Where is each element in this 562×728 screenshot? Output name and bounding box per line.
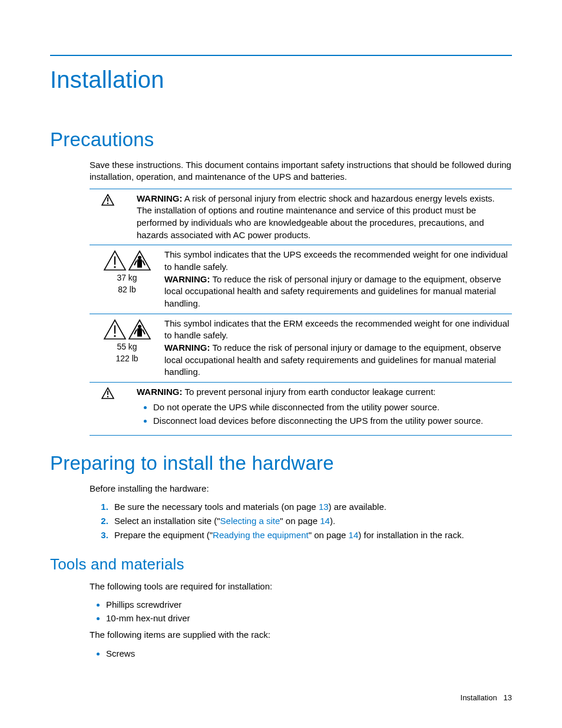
- xref-link[interactable]: Selecting a site: [220, 516, 280, 526]
- footer-page-number: 13: [504, 693, 512, 702]
- weight-kg: 37 kg: [117, 272, 137, 283]
- heavy-lift-icon: [128, 250, 151, 271]
- step-text: Be sure the necessary tools and material…: [114, 502, 319, 512]
- footer-section: Installation: [461, 693, 497, 702]
- svg-line-17: [134, 330, 137, 334]
- svg-rect-8: [137, 259, 142, 268]
- step-text: Prepare the equipment (": [114, 530, 213, 540]
- tools-supplied-intro: The following items are supplied with th…: [90, 629, 512, 641]
- svg-point-2: [107, 202, 108, 203]
- warning-pretext: This symbol indicates that the ERM excee…: [164, 318, 512, 342]
- step-text: " on page: [309, 530, 349, 540]
- warning-block: WARNING: A risk of personal injury from …: [90, 189, 512, 246]
- warning-label: WARNING:: [164, 342, 210, 353]
- page: Installation Precautions Save these inst…: [0, 0, 562, 728]
- weight-kg: 55 kg: [117, 341, 137, 352]
- warning-text: This symbol indicates that the ERM excee…: [164, 318, 512, 378]
- tools-required-list: Phillips screwdriver 10-mm hex-nut drive…: [90, 598, 512, 624]
- xref-link[interactable]: 14: [320, 516, 330, 526]
- heavy-lift-icon: [128, 319, 151, 340]
- list-item: 10-mm hex-nut driver: [106, 612, 512, 624]
- warning-body: A risk of personal injury from electric …: [137, 193, 495, 240]
- tools-body: The following tools are required for ins…: [90, 581, 512, 660]
- xref-link[interactable]: 13: [319, 502, 329, 512]
- svg-line-10: [143, 261, 145, 265]
- step-text: ).: [330, 516, 335, 526]
- warning-label: WARNING:: [137, 193, 183, 203]
- warning-text: This symbol indicates that the UPS excee…: [164, 249, 512, 309]
- svg-point-21: [107, 396, 108, 397]
- warning-icon-col: [90, 193, 137, 242]
- tools-heading: Tools and materials: [50, 555, 512, 574]
- warning-icon-col: 37 kg 82 lb: [90, 249, 164, 309]
- warning-block: WARNING: To prevent personal injury from…: [90, 382, 512, 436]
- page-footer: Installation 13: [461, 693, 512, 702]
- list-item: Phillips screwdriver: [106, 598, 512, 611]
- list-item: Select an installation site ("Selecting …: [111, 515, 512, 527]
- warning-body: To reduce the risk of personal injury or…: [164, 342, 501, 377]
- warning-bullets: Do not operate the UPS while disconnecte…: [137, 401, 512, 427]
- warning-pretext: This symbol indicates that the UPS excee…: [164, 249, 512, 273]
- top-rule: [50, 55, 512, 56]
- tools-required-intro: The following tools are required for ins…: [90, 581, 512, 592]
- list-item: Be sure the necessary tools and material…: [111, 500, 512, 513]
- warning-icon-col: 55 kg 122 lb: [90, 318, 164, 378]
- step-text: ) are available.: [329, 502, 386, 512]
- xref-link[interactable]: Readying the equipment: [213, 530, 309, 540]
- warning-text: WARNING: To prevent personal injury from…: [137, 386, 512, 431]
- svg-line-18: [143, 330, 145, 334]
- preparing-heading: Preparing to install the hardware: [50, 452, 512, 475]
- preparing-intro: Before installing the hardware:: [90, 483, 512, 495]
- weight-icon-row: [103, 250, 151, 271]
- list-item: Screws: [106, 647, 512, 660]
- warning-body: To reduce the risk of personal injury or…: [164, 274, 501, 308]
- svg-point-5: [114, 266, 115, 268]
- precautions-intro: Save these instructions. This document c…: [90, 159, 512, 183]
- warning-triangle-icon: [101, 387, 114, 399]
- preparing-body: Before installing the hardware: Be sure …: [90, 483, 512, 541]
- weight-lb: 122 lb: [115, 353, 138, 364]
- svg-point-15: [138, 325, 141, 328]
- step-text: " on page: [280, 516, 320, 526]
- precautions-body: Save these instructions. This document c…: [90, 159, 512, 436]
- weight-lb: 82 lb: [118, 284, 135, 295]
- tools-supplied-list: Screws: [90, 647, 512, 660]
- svg-line-9: [134, 261, 137, 265]
- warning-text: WARNING: A risk of personal injury from …: [137, 193, 512, 242]
- svg-point-7: [138, 256, 141, 259]
- warning-triangle-icon: [101, 194, 114, 206]
- svg-rect-16: [137, 328, 142, 337]
- weight-icon-row: [103, 319, 151, 340]
- warning-label: WARNING:: [137, 387, 183, 397]
- list-item: Disconnect load devices before disconnec…: [153, 414, 512, 427]
- step-text: Select an installation site (": [114, 516, 220, 526]
- list-item: Prepare the equipment ("Readying the equ…: [111, 529, 512, 541]
- page-title: Installation: [50, 67, 512, 93]
- warning-block: 55 kg 122 lb This symbol indicates that …: [90, 314, 512, 383]
- precautions-heading: Precautions: [50, 129, 512, 151]
- preparing-steps: Be sure the necessary tools and material…: [90, 500, 512, 541]
- warning-block: 37 kg 82 lb This symbol indicates that t…: [90, 245, 512, 314]
- warning-icon-col: [90, 386, 137, 431]
- xref-link[interactable]: 14: [349, 530, 359, 540]
- warning-triangle-icon: [103, 250, 127, 271]
- list-item: Do not operate the UPS while disconnecte…: [153, 401, 512, 413]
- warning-body: To prevent personal injury from earth co…: [184, 387, 435, 397]
- warning-label: WARNING:: [164, 274, 210, 284]
- warning-triangle-icon: [103, 319, 127, 340]
- svg-point-13: [114, 335, 115, 337]
- step-text: ) for installation in the rack.: [358, 530, 464, 540]
